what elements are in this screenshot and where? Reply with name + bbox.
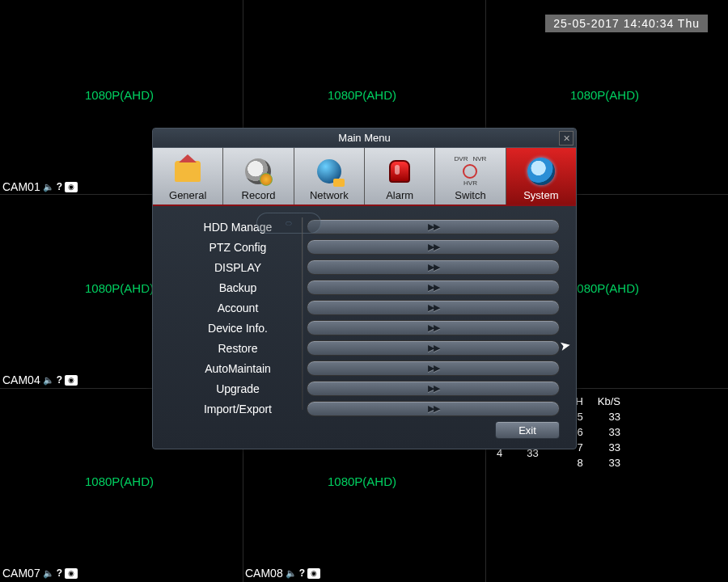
- speaker-icon: 🔈: [43, 568, 54, 579]
- dialog-title: Main Menu ✕: [153, 129, 576, 148]
- tab-bar: General Record Network Alarm DVRNVR HVR …: [153, 148, 576, 206]
- tab-alarm[interactable]: Alarm: [365, 148, 435, 205]
- tab-record[interactable]: Record: [223, 148, 294, 205]
- cam-res: 1080P(AHD): [85, 474, 154, 488]
- hdd-manage-button[interactable]: ▶▶: [307, 219, 560, 234]
- tab-system[interactable]: System: [506, 148, 576, 205]
- cam-res: 1080P(AHD): [328, 474, 396, 488]
- tab-general[interactable]: General: [153, 148, 223, 205]
- item-label: Restore: [169, 342, 307, 355]
- speaker-icon: 🔈: [43, 375, 54, 386]
- globe-icon: [317, 159, 341, 183]
- ptz-config-button[interactable]: ▶▶: [307, 239, 560, 255]
- close-button[interactable]: ✕: [559, 131, 574, 146]
- item-label: DISPLAY: [169, 261, 307, 274]
- automaintain-button[interactable]: ▶▶: [307, 361, 560, 376]
- status-table: HKb/S 533 633 733 833: [574, 394, 635, 472]
- system-panel: ⬭ HDD Manage ▶▶ PTZ Config ▶▶ DISPLAY ▶▶…: [153, 206, 576, 449]
- main-menu-dialog: Main Menu ✕ General Record Network Alarm…: [152, 128, 577, 449]
- camera-icon: ◉: [65, 375, 78, 386]
- display-button[interactable]: ▶▶: [307, 259, 560, 275]
- timestamp: 25-05-2017 14:40:34 Thu: [545, 15, 708, 32]
- exit-button[interactable]: Exit: [495, 421, 560, 439]
- tab-switch[interactable]: DVRNVR HVR Switch: [435, 148, 506, 205]
- gear-icon: [527, 158, 555, 185]
- camera-icon: ◉: [307, 568, 320, 579]
- device-info-button[interactable]: ▶▶: [307, 320, 560, 335]
- camera-icon: ◉: [65, 568, 78, 579]
- restore-button[interactable]: ▶▶: [307, 340, 560, 356]
- cam-label: CAM04🔈?◉: [2, 373, 78, 386]
- cam-label: CAM07🔈?◉: [2, 567, 78, 580]
- watermark: ⬭: [256, 213, 321, 234]
- switch-icon: DVRNVR HVR: [455, 156, 487, 187]
- cam-res: 1080P(AHD): [85, 281, 154, 295]
- cam-res: 1080P(AHD): [570, 88, 639, 102]
- item-label: Import/Export: [169, 403, 307, 415]
- upgrade-button[interactable]: ▶▶: [307, 381, 560, 396]
- cam-label: CAM01🔈?◉: [2, 180, 78, 193]
- cam-res: 1080P(AHD): [570, 281, 639, 295]
- speaker-icon: 🔈: [286, 568, 297, 579]
- import-export-button[interactable]: ▶▶: [307, 401, 560, 416]
- item-label: PTZ Config: [169, 241, 307, 254]
- tab-network[interactable]: Network: [294, 148, 365, 205]
- item-label: Device Info.: [169, 322, 307, 335]
- cam-label: CAM08🔈?◉: [245, 567, 320, 580]
- alarm-icon: [389, 160, 410, 183]
- panel-divider: [302, 217, 303, 410]
- disc-icon: [245, 158, 271, 184]
- item-label: Account: [169, 302, 307, 314]
- item-label: Upgrade: [169, 382, 307, 395]
- item-label: AutoMaintain: [169, 362, 307, 375]
- backup-button[interactable]: ▶▶: [307, 280, 560, 295]
- house-icon: [175, 161, 201, 182]
- camera-icon: ◉: [65, 182, 78, 192]
- item-label: Backup: [169, 281, 307, 294]
- speaker-icon: 🔈: [43, 182, 54, 192]
- cam-res: 1080P(AHD): [85, 88, 154, 102]
- account-button[interactable]: ▶▶: [307, 300, 560, 315]
- cam-res: 1080P(AHD): [328, 88, 396, 102]
